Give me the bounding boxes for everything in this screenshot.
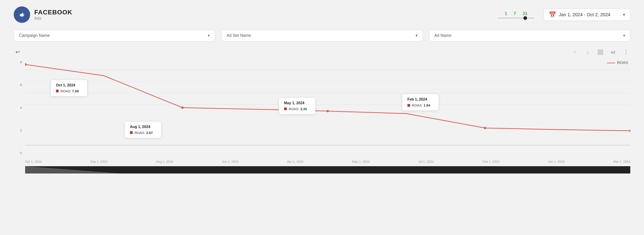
x-mar1: Mar 1, 2024 bbox=[613, 160, 630, 163]
x-axis: Oct 1, 2024 Sep 1, 2024 Aug 1, 2024 Jun … bbox=[25, 160, 630, 163]
sort-up-button[interactable]: ↑ bbox=[570, 48, 579, 57]
tooltip-may-title: May 1, 2024 bbox=[284, 101, 310, 105]
tooltip-may-row: ROAS: 3.35 bbox=[284, 107, 310, 111]
tooltip-aug-dot bbox=[130, 131, 133, 134]
svg-point-13 bbox=[326, 110, 329, 112]
undo-button[interactable]: ↩ bbox=[14, 48, 22, 56]
tooltip-aug: Aug 1, 2024 ROAS: 3.67 bbox=[125, 121, 161, 138]
tooltip-feb: Feb 1, 2024 ROAS: 1.84 bbox=[402, 94, 439, 111]
y-label-4: 4 bbox=[14, 106, 24, 110]
header-right: 1 7 31 📅 Jan 1, 2024 - Oct 2, 2024 ▾ bbox=[498, 9, 630, 21]
x-apr1: Apr 1, 2024 bbox=[287, 160, 304, 163]
tooltip-feb-title: Feb 1, 2024 bbox=[408, 97, 434, 102]
scrollbar-track[interactable] bbox=[25, 166, 630, 173]
tooltip-feb-row: ROAS: 1.84 bbox=[408, 103, 434, 107]
x-jun1: Jun 1, 2024 bbox=[222, 160, 238, 163]
az-button[interactable]: AZ bbox=[609, 48, 618, 57]
x-may1: May 1, 2024 bbox=[352, 160, 370, 163]
y-axis: 8 6 4 2 0 bbox=[14, 58, 24, 157]
date-picker-arrow: ▾ bbox=[623, 12, 625, 17]
x-jan1: Jan 1, 2024 bbox=[548, 160, 565, 163]
adset-name-filter[interactable]: Ad Set Name ▾ bbox=[221, 30, 422, 41]
campaign-name-label: Campaign Name bbox=[19, 33, 50, 38]
chart-container: ROAS 8 6 4 2 0 bbox=[14, 58, 630, 177]
svg-rect-4 bbox=[598, 53, 600, 54]
calendar-icon: 📅 bbox=[549, 11, 556, 18]
svg-rect-3 bbox=[601, 50, 603, 52]
brand-name: FACEBOOK bbox=[34, 9, 72, 16]
adset-name-label: Ad Set Name bbox=[226, 33, 251, 38]
brand-sub: Ads bbox=[34, 16, 72, 21]
tooltip-may: May 1, 2024 ROAS: 3.35 bbox=[279, 98, 316, 114]
svg-point-1 bbox=[23, 14, 24, 16]
tooltip-oct-metric: ROAS: 7.89 bbox=[60, 89, 79, 93]
x-sep1: Sep 1, 2024 bbox=[90, 160, 108, 163]
tooltip-aug-value: 3.67 bbox=[146, 131, 153, 135]
tooltip-oct-row: ROAS: 7.89 bbox=[56, 89, 82, 93]
ad-name-filter[interactable]: Ad Name ▾ bbox=[429, 30, 630, 41]
tooltip-may-value: 3.35 bbox=[300, 107, 307, 111]
brand-text: FACEBOOK Ads bbox=[34, 9, 72, 21]
chart-area: ↩ ↑ ↓ AZ ⋮ ROAS 8 6 4 bbox=[0, 46, 644, 177]
tooltip-feb-dot bbox=[408, 104, 410, 107]
ad-arrow: ▾ bbox=[623, 33, 625, 38]
y-label-2: 2 bbox=[14, 128, 24, 132]
filters: Campaign Name ▾ Ad Set Name ▾ Ad Name ▾ bbox=[0, 27, 644, 46]
day-nums: 1 7 31 bbox=[505, 11, 528, 16]
day-slider[interactable] bbox=[498, 18, 534, 19]
brand-icon bbox=[14, 7, 30, 23]
tooltip-feb-value: 1.84 bbox=[424, 103, 430, 107]
chart-svg-wrapper bbox=[25, 58, 630, 157]
svg-rect-5 bbox=[601, 53, 603, 54]
day-7[interactable]: 7 bbox=[514, 11, 516, 16]
tooltip-oct: Oct 1, 2024 ROAS: 7.89 bbox=[51, 80, 87, 96]
ad-name-label: Ad Name bbox=[434, 33, 452, 38]
adset-arrow: ▾ bbox=[416, 33, 418, 38]
tooltip-oct-dot bbox=[56, 90, 59, 92]
tooltip-oct-title: Oct 1, 2024 bbox=[56, 83, 82, 87]
svg-rect-2 bbox=[598, 50, 600, 52]
date-range-text: Jan 1, 2024 - Oct 2, 2024 bbox=[559, 12, 610, 17]
date-picker[interactable]: 📅 Jan 1, 2024 - Oct 2, 2024 ▾ bbox=[544, 9, 630, 21]
y-label-8: 8 bbox=[14, 60, 24, 64]
svg-point-15 bbox=[629, 130, 630, 132]
toolbar-right: ↑ ↓ AZ ⋮ bbox=[570, 48, 630, 57]
slider-thumb[interactable] bbox=[524, 16, 527, 20]
slider-track bbox=[498, 18, 534, 19]
grid-button[interactable] bbox=[596, 48, 605, 57]
x-jul1: Jul 1, 2024 bbox=[418, 160, 434, 163]
x-oct1: Oct 1, 2024 bbox=[25, 160, 42, 163]
y-label-0: 0 bbox=[14, 151, 24, 155]
tooltip-may-metric: ROAS: 3.35 bbox=[289, 107, 307, 111]
campaign-name-filter[interactable]: Campaign Name ▾ bbox=[14, 30, 215, 41]
svg-point-14 bbox=[484, 127, 486, 129]
x-feb1: Feb 1, 2024 bbox=[482, 160, 500, 163]
tooltip-feb-metric: ROAS: 1.84 bbox=[412, 103, 430, 107]
tooltip-aug-row: ROAS: 3.67 bbox=[130, 131, 156, 135]
scrollbar-area[interactable] bbox=[25, 164, 630, 177]
tooltip-oct-value: 7.89 bbox=[72, 89, 79, 93]
more-button[interactable]: ⋮ bbox=[622, 48, 630, 57]
y-label-6: 6 bbox=[14, 83, 24, 87]
svg-point-11 bbox=[25, 63, 26, 66]
header: FACEBOOK Ads 1 7 31 📅 Jan 1, 2024 - Oct … bbox=[0, 0, 644, 27]
day-selector: 1 7 31 bbox=[498, 11, 534, 19]
tooltip-may-dot bbox=[284, 107, 287, 110]
svg-point-12 bbox=[181, 107, 184, 109]
scrollbar-thumb bbox=[25, 166, 121, 173]
day-31[interactable]: 31 bbox=[522, 11, 528, 16]
campaign-arrow: ▾ bbox=[208, 33, 210, 38]
tooltip-aug-title: Aug 1, 2024 bbox=[130, 125, 156, 129]
sort-down-button[interactable]: ↓ bbox=[583, 48, 592, 57]
x-aug1: Aug 1, 2024 bbox=[156, 160, 173, 163]
tooltip-aug-metric: ROAS: 3.67 bbox=[134, 131, 153, 135]
chart-toolbar: ↩ ↑ ↓ AZ ⋮ bbox=[14, 48, 630, 57]
brand: FACEBOOK Ads bbox=[14, 7, 72, 23]
day-1[interactable]: 1 bbox=[505, 11, 507, 16]
